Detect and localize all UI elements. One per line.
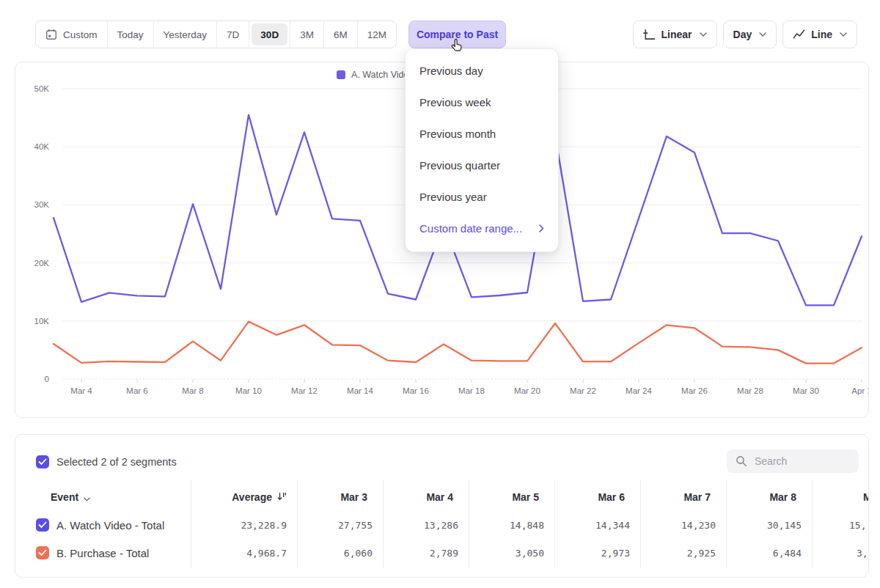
row-label: A. Watch Video - Total: [56, 519, 164, 532]
svg-text:Mar 28: Mar 28: [737, 386, 763, 395]
select-all-checkbox[interactable]: [36, 455, 49, 468]
row-checkbox-watch-video[interactable]: [36, 518, 49, 532]
chevron-down-icon: [700, 32, 707, 37]
chart-type-label: Line: [811, 29, 832, 40]
table-header-row: Event Average Mar 3 Mar 4 Mar 5 Mar 6 Ma…: [15, 483, 868, 511]
search-input[interactable]: [753, 455, 850, 468]
chart-type-dropdown[interactable]: Line: [782, 21, 857, 48]
column-divider: [726, 480, 727, 568]
row-label: B. Purchase - Total: [56, 547, 149, 559]
column-divider: [297, 480, 298, 568]
chevron-right-icon: [539, 222, 544, 235]
table-row-watch-video: A. Watch Video - Total 23,228.9 27,755 1…: [15, 511, 868, 539]
svg-text:50K: 50K: [34, 84, 50, 93]
column-divider: [812, 480, 813, 568]
column-header-event[interactable]: Event: [15, 490, 191, 504]
svg-text:Mar 26: Mar 26: [681, 386, 708, 395]
svg-text:30K: 30K: [34, 200, 50, 209]
svg-text:Mar 18: Mar 18: [458, 386, 485, 395]
column-divider: [554, 480, 555, 568]
menu-item-custom-date-range[interactable]: Custom date range...: [406, 213, 558, 244]
column-header-mar4[interactable]: Mar 4: [383, 491, 469, 503]
linear-axis-icon: [643, 29, 656, 41]
svg-text:Mar 4: Mar 4: [70, 386, 92, 395]
cell-mar8: 6,484: [726, 548, 812, 559]
range-button-6m[interactable]: 6M: [324, 21, 358, 48]
svg-text:Mar 14: Mar 14: [347, 386, 373, 395]
series-line-b: [54, 322, 862, 364]
row-checkbox-purchase[interactable]: [36, 546, 49, 559]
segments-summary: Selected 2 of 2 segments: [36, 455, 177, 468]
column-header-average[interactable]: Average: [191, 491, 297, 504]
column-divider: [469, 480, 469, 568]
table-row-purchase: B. Purchase - Total 4,968.7 6,060 2,789 …: [15, 539, 868, 567]
menu-item-previous-day[interactable]: Previous day: [406, 55, 558, 87]
cell-mar4: 2,789: [383, 548, 469, 559]
range-button-7d[interactable]: 7D: [217, 21, 249, 48]
cell-average: 23,228.9: [191, 520, 297, 531]
cell-mar7: 14,230: [640, 520, 726, 531]
date-range-segmented-control: Custom Today Yesterday 7D 30D 3M 6M 12M: [35, 21, 397, 48]
cell-mar9-clipped: 3,: [857, 548, 868, 559]
chart-controls: Linear Day Line: [633, 21, 857, 48]
range-button-30d-selected[interactable]: 30D: [252, 23, 287, 45]
svg-text:Mar 22: Mar 22: [570, 386, 596, 395]
cell-mar5: 14,848: [469, 520, 554, 531]
menu-item-previous-quarter[interactable]: Previous quarter: [406, 150, 558, 181]
column-header-mar5[interactable]: Mar 5: [469, 491, 554, 503]
svg-text:20K: 20K: [34, 259, 50, 268]
column-divider: [191, 480, 191, 568]
custom-date-range-label: Custom date range...: [419, 222, 522, 235]
search-icon: [736, 455, 747, 467]
svg-text:Mar 30: Mar 30: [793, 386, 819, 395]
svg-text:Apr 1: Apr 1: [851, 386, 868, 395]
cell-mar7: 2,925: [640, 548, 726, 559]
segment-search-box: [727, 449, 859, 473]
legend-item-watch-video[interactable]: A. Watch Video: [337, 70, 414, 80]
range-button-3m[interactable]: 3M: [290, 21, 324, 48]
menu-item-previous-month[interactable]: Previous month: [406, 118, 558, 150]
svg-text:Mar 8: Mar 8: [182, 386, 203, 395]
svg-text:40K: 40K: [34, 142, 50, 151]
range-button-yesterday[interactable]: Yesterday: [154, 21, 218, 48]
column-header-mar6[interactable]: Mar 6: [554, 491, 640, 503]
interval-label: Day: [733, 29, 752, 40]
column-divider: [383, 480, 384, 568]
interval-dropdown[interactable]: Day: [723, 21, 777, 48]
cell-average: 4,968.7: [191, 548, 297, 559]
svg-text:10K: 10K: [34, 317, 50, 326]
range-button-today[interactable]: Today: [108, 21, 154, 48]
scale-label: Linear: [661, 29, 692, 40]
cell-mar4: 13,286: [383, 520, 469, 531]
cell-mar9-clipped: 15,: [849, 520, 866, 531]
cell-mar5: 3,050: [469, 548, 554, 559]
segments-summary-label: Selected 2 of 2 segments: [56, 456, 177, 468]
calendar-icon: [45, 29, 57, 40]
cell-mar6: 2,973: [554, 548, 640, 559]
chevron-down-icon: [840, 32, 847, 37]
menu-item-previous-week[interactable]: Previous week: [406, 87, 558, 118]
svg-text:Mar 10: Mar 10: [235, 386, 262, 395]
menu-item-previous-year[interactable]: Previous year: [406, 181, 558, 213]
segments-table-card: Selected 2 of 2 segments Event Average M…: [15, 434, 869, 578]
chevron-down-icon: [84, 492, 90, 504]
series-a-swatch: [337, 70, 345, 79]
range-button-12m[interactable]: 12M: [358, 21, 396, 48]
svg-text:Mar 20: Mar 20: [514, 386, 540, 395]
compare-to-past-button[interactable]: Compare to Past: [408, 21, 506, 48]
column-header-mar8[interactable]: Mar 8: [726, 491, 812, 503]
column-header-mar9-clipped[interactable]: M: [863, 491, 869, 503]
cell-mar3: 6,060: [297, 548, 383, 559]
compare-to-past-menu: Previous day Previous week Previous mont…: [405, 48, 559, 252]
svg-text:Mar 24: Mar 24: [626, 386, 652, 395]
column-header-mar7[interactable]: Mar 7: [640, 491, 726, 503]
range-button-custom[interactable]: Custom: [36, 21, 108, 48]
svg-text:Mar 12: Mar 12: [291, 386, 318, 395]
column-header-mar3[interactable]: Mar 3: [297, 491, 383, 503]
cell-mar3: 27,755: [297, 520, 383, 531]
sort-descending-icon: [276, 491, 287, 504]
svg-text:Mar 16: Mar 16: [403, 386, 429, 395]
line-chart-icon: [793, 29, 805, 41]
chevron-down-icon: [759, 32, 766, 37]
scale-dropdown[interactable]: Linear: [633, 21, 717, 48]
